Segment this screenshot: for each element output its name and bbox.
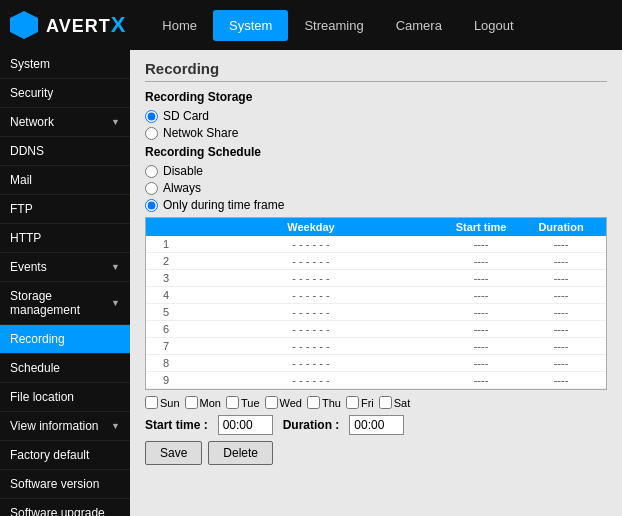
col-num — [151, 221, 181, 233]
day-sun-checkbox[interactable] — [145, 396, 158, 409]
sidebar-item-view-info[interactable]: View information — [0, 412, 130, 441]
table-row[interactable]: 9 - - - - - - ---- ---- — [146, 372, 606, 389]
day-mon: Mon — [185, 396, 221, 409]
schedule-table-header: Weekday Start time Duration — [146, 218, 606, 236]
sidebar-item-storage[interactable]: Storage management — [0, 282, 130, 325]
table-row[interactable]: 4 - - - - - - ---- ---- — [146, 287, 606, 304]
sidebar-item-sw-upgrade[interactable]: Software upgrade — [0, 499, 130, 516]
schedule-section-title: Recording Schedule — [145, 145, 607, 159]
save-button[interactable]: Save — [145, 441, 202, 465]
col-duration: Duration — [521, 221, 601, 233]
duration-input[interactable] — [349, 415, 404, 435]
storage-sdcard-radio[interactable] — [145, 110, 158, 123]
time-row: Start time : Duration : — [145, 415, 607, 435]
sidebar-item-ftp[interactable]: FTP — [0, 195, 130, 224]
logo-icon — [10, 11, 38, 39]
schedule-options: Disable Always Only during time frame — [145, 164, 607, 212]
table-row[interactable]: 3 - - - - - - ---- ---- — [146, 270, 606, 287]
day-tue-checkbox[interactable] — [226, 396, 239, 409]
sidebar-item-security[interactable]: Security — [0, 79, 130, 108]
schedule-always-label: Always — [163, 181, 201, 195]
logo-text: AVERTX — [46, 12, 126, 38]
day-wed-checkbox[interactable] — [265, 396, 278, 409]
sidebar-item-mail[interactable]: Mail — [0, 166, 130, 195]
storage-options: SD Card Netwok Share — [145, 109, 607, 140]
schedule-option-disable: Disable — [145, 164, 607, 178]
nav-streaming[interactable]: Streaming — [288, 10, 379, 41]
table-row[interactable]: 6 - - - - - - ---- ---- — [146, 321, 606, 338]
day-sat-checkbox[interactable] — [379, 396, 392, 409]
table-row[interactable]: 2 - - - - - - ---- ---- — [146, 253, 606, 270]
day-sat: Sat — [379, 396, 411, 409]
sidebar: System Security Network DDNS Mail FTP HT… — [0, 50, 130, 516]
logo: AVERTX — [10, 11, 126, 39]
nav: Home System Streaming Camera Logout — [146, 10, 529, 41]
storage-section-title: Recording Storage — [145, 90, 607, 104]
main-layout: System Security Network DDNS Mail FTP HT… — [0, 50, 622, 516]
header: AVERTX Home System Streaming Camera Logo… — [0, 0, 622, 50]
nav-home[interactable]: Home — [146, 10, 213, 41]
delete-button[interactable]: Delete — [208, 441, 273, 465]
schedule-always-radio[interactable] — [145, 182, 158, 195]
schedule-disable-label: Disable — [163, 164, 203, 178]
col-weekday: Weekday — [181, 221, 441, 233]
sidebar-item-file-location[interactable]: File location — [0, 383, 130, 412]
table-row[interactable]: 5 - - - - - - ---- ---- — [146, 304, 606, 321]
day-mon-checkbox[interactable] — [185, 396, 198, 409]
day-fri-checkbox[interactable] — [346, 396, 359, 409]
storage-network-label: Netwok Share — [163, 126, 238, 140]
schedule-table: Weekday Start time Duration 1 - - - - - … — [145, 217, 607, 390]
sidebar-item-http[interactable]: HTTP — [0, 224, 130, 253]
logo-name: AVERT — [46, 16, 111, 36]
sidebar-item-system[interactable]: System — [0, 50, 130, 79]
table-row[interactable]: 8 - - - - - - ---- ---- — [146, 355, 606, 372]
sidebar-item-factory[interactable]: Factory default — [0, 441, 130, 470]
day-wed: Wed — [265, 396, 302, 409]
day-fri: Fri — [346, 396, 374, 409]
table-row[interactable]: 7 - - - - - - ---- ---- — [146, 338, 606, 355]
col-starttime: Start time — [441, 221, 521, 233]
schedule-disable-radio[interactable] — [145, 165, 158, 178]
duration-label: Duration : — [283, 418, 340, 432]
storage-option-network: Netwok Share — [145, 126, 607, 140]
page-title: Recording — [145, 60, 607, 82]
nav-system[interactable]: System — [213, 10, 288, 41]
start-time-label: Start time : — [145, 418, 208, 432]
sidebar-item-sw-version[interactable]: Software version — [0, 470, 130, 499]
schedule-option-always: Always — [145, 181, 607, 195]
sidebar-item-ddns[interactable]: DDNS — [0, 137, 130, 166]
storage-sdcard-label: SD Card — [163, 109, 209, 123]
table-row[interactable]: 1 - - - - - - ---- ---- — [146, 236, 606, 253]
action-buttons: Save Delete — [145, 441, 607, 465]
nav-logout[interactable]: Logout — [458, 10, 530, 41]
sidebar-item-network[interactable]: Network — [0, 108, 130, 137]
schedule-timeframe-label: Only during time frame — [163, 198, 284, 212]
sidebar-item-events[interactable]: Events — [0, 253, 130, 282]
sidebar-item-schedule[interactable]: Schedule — [0, 354, 130, 383]
storage-network-radio[interactable] — [145, 127, 158, 140]
schedule-timeframe-radio[interactable] — [145, 199, 158, 212]
start-time-input[interactable] — [218, 415, 273, 435]
day-thu-checkbox[interactable] — [307, 396, 320, 409]
day-thu: Thu — [307, 396, 341, 409]
content-area: Recording Recording Storage SD Card Netw… — [130, 50, 622, 516]
day-sun: Sun — [145, 396, 180, 409]
storage-option-sdcard: SD Card — [145, 109, 607, 123]
sidebar-item-recording[interactable]: Recording — [0, 325, 130, 354]
day-tue: Tue — [226, 396, 260, 409]
schedule-option-timeframe: Only during time frame — [145, 198, 607, 212]
logo-x: X — [111, 12, 127, 37]
days-checkboxes: Sun Mon Tue Wed Thu Fri — [145, 396, 607, 409]
nav-camera[interactable]: Camera — [380, 10, 458, 41]
